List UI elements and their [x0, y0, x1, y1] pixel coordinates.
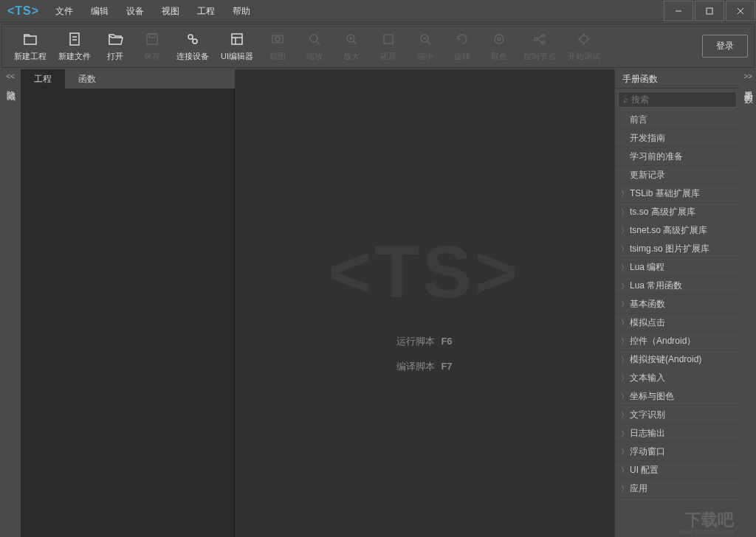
tool-label: 缩小: [417, 51, 433, 62]
tool-label: UI编辑器: [221, 51, 253, 62]
toolbar-save-button: 保存: [134, 27, 171, 65]
tree-item[interactable]: 〉日志输出: [615, 424, 740, 443]
tree-item-label: 模拟按键(Android): [630, 350, 701, 369]
toolbar-open-button[interactable]: 打开: [97, 27, 134, 65]
function-tree[interactable]: 前言开发指南学习前的准备更新记录〉TSLib 基础扩展库〉ts.so 高级扩展库…: [615, 111, 740, 537]
tool-label: 缩放: [306, 51, 323, 62]
maximize-button[interactable]: [695, 1, 724, 21]
chevron-right-icon: 〉: [621, 424, 630, 443]
search-box[interactable]: ⌕: [618, 91, 737, 108]
menu-item[interactable]: 帮助: [224, 0, 259, 22]
editor-area: <TS> 运行脚本F6 编译脚本F7: [235, 69, 614, 537]
toolbar-folder-button[interactable]: 新建工程: [8, 27, 52, 65]
tab-functions[interactable]: 函数: [65, 69, 109, 89]
tree-item[interactable]: 〉TSLib 基础扩展库: [615, 184, 740, 203]
left-collapse-rail[interactable]: << 隐藏: [0, 69, 21, 537]
editor-watermark: <TS>: [329, 229, 521, 314]
toolbar-picker-button: 取色: [481, 27, 518, 65]
tree-item-label: 学习前的准备: [630, 148, 683, 166]
tool-label: 放大: [343, 51, 360, 62]
tree-item[interactable]: 〉UI 配置: [615, 461, 740, 479]
tree-item-label: tsimg.so 图片扩展库: [630, 240, 709, 258]
tree-item[interactable]: 〉控件（Android）: [615, 332, 740, 350]
tree-item[interactable]: 〉ts.so 高级扩展库: [615, 203, 740, 221]
chevron-right-icon: 〉: [621, 203, 630, 221]
tree-item[interactable]: 更新记录: [615, 166, 740, 184]
chevron-right-icon: 〉: [621, 221, 630, 240]
toolbar-rotate-button: 旋转: [444, 27, 481, 65]
svg-line-19: [317, 41, 320, 44]
tree-item[interactable]: 〉应用: [615, 479, 740, 498]
right-panel-title: 手册函数: [615, 69, 740, 89]
menu-item[interactable]: 设备: [117, 0, 153, 22]
svg-line-12: [192, 38, 193, 40]
search-icon: ⌕: [623, 94, 628, 105]
minimize-button[interactable]: [664, 1, 693, 21]
chevron-right-icon: 〉: [621, 387, 630, 406]
tree-item[interactable]: 〉Lua 常用函数: [615, 277, 740, 295]
folder-icon: [22, 30, 38, 48]
search-input[interactable]: [631, 94, 742, 105]
tree-item[interactable]: 〉模拟点击: [615, 313, 740, 332]
tab-project[interactable]: 工程: [21, 69, 65, 89]
toolbar-zoomin-button: 放大: [333, 27, 370, 65]
tree-item[interactable]: 〉坐标与图色: [615, 387, 740, 406]
left-panel: 工程 函数: [21, 69, 235, 537]
tree-item[interactable]: 〉tsnet.so 高级扩展库: [615, 221, 740, 240]
right-collapse-rail[interactable]: >> 手册函数: [740, 69, 756, 537]
close-button[interactable]: [726, 1, 755, 21]
menubar: <TS> 文件编辑设备视图工程帮助: [0, 0, 756, 22]
tree-item-label: 控件（Android）: [630, 332, 695, 350]
toolbar-file-button[interactable]: 新建文件: [52, 27, 97, 65]
tool-label: 保存: [144, 51, 160, 62]
tree-item-label: ts.so 高级扩展库: [630, 203, 695, 221]
save-icon: [144, 30, 160, 48]
tree-item[interactable]: 学习前的准备: [615, 148, 740, 166]
tree-item[interactable]: 〉Lua 编程: [615, 258, 740, 277]
tree-item[interactable]: 〉tsimg.so 图片扩展库: [615, 240, 740, 258]
tool-label: 还原: [380, 51, 396, 62]
tree-item-label: 文本输入: [630, 369, 665, 387]
login-button[interactable]: 登录: [702, 35, 748, 58]
window-controls: [663, 0, 756, 22]
chevron-right-icon: 〉: [621, 443, 630, 461]
menu-item[interactable]: 编辑: [82, 0, 117, 22]
shortcut-run: 运行脚本F6: [396, 335, 452, 348]
picker-icon: [491, 30, 507, 48]
tree-item-label: 开发指南: [630, 129, 665, 148]
tree-item[interactable]: 〉基本函数: [615, 295, 740, 313]
chevron-right-icon: 〉: [621, 258, 630, 277]
tree-item-label: Lua 编程: [630, 258, 664, 277]
chevron-left-icon: <<: [6, 72, 15, 80]
menu-item[interactable]: 工程: [188, 0, 224, 22]
toolbar-link-button[interactable]: 连接设备: [171, 27, 215, 65]
zoomout-icon: [417, 30, 433, 48]
tree-item[interactable]: 前言: [615, 111, 740, 129]
svg-point-18: [310, 35, 317, 42]
svg-line-34: [537, 39, 542, 43]
tree-item[interactable]: 开发指南: [615, 129, 740, 148]
node-icon: [532, 30, 548, 48]
svg-rect-1: [707, 8, 712, 14]
tool-label: 取色: [491, 51, 507, 62]
tree-item[interactable]: 〉模拟按键(Android): [615, 350, 740, 369]
svg-rect-9: [149, 34, 155, 38]
chevron-right-icon: 〉: [621, 184, 630, 203]
svg-line-26: [427, 41, 430, 44]
tree-item[interactable]: 〉浮动窗口: [615, 443, 740, 461]
toolbar-reset-button: 还原: [370, 27, 407, 65]
tree-item[interactable]: 〉文本输入: [615, 369, 740, 387]
menu-item[interactable]: 文件: [47, 0, 82, 22]
toolbar-ui-button[interactable]: UI编辑器: [215, 27, 259, 65]
tree-item[interactable]: 〉文字识别: [615, 406, 740, 424]
tree-item-label: 浮动窗口: [630, 443, 665, 461]
toolbar-zoomout-button: 缩小: [407, 27, 444, 65]
tool-label: 打开: [107, 51, 123, 62]
tool-label: 控制节点: [523, 51, 556, 62]
menu-item[interactable]: 视图: [153, 0, 188, 22]
tool-label: 新建文件: [58, 51, 91, 62]
toolbar-debug-button: 开始调试: [562, 27, 606, 65]
tree-item-label: TSLib 基础扩展库: [630, 184, 700, 203]
svg-line-33: [537, 35, 542, 39]
chevron-right-icon: 〉: [621, 479, 630, 498]
